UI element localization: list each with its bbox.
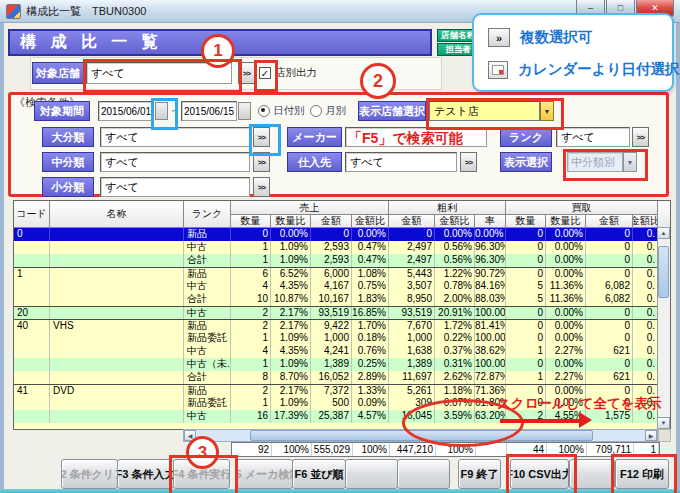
table-row[interactable]: 中古（未...11.09%1,3890.25%1,3890.31%100.00%…: [14, 358, 658, 371]
rank-header: ランク: [184, 201, 231, 228]
fkey-empty[interactable]: [569, 459, 615, 489]
store-output-checkbox[interactable]: ✓: [259, 67, 271, 79]
mid-class-input[interactable]: すべて: [100, 152, 250, 172]
header-stub: [658, 201, 671, 228]
fkey-empty[interactable]: [345, 459, 398, 489]
legend-calendar-label: カレンダーより日付選択: [518, 60, 680, 79]
display-store-combo-arrow-icon[interactable]: ▼: [540, 101, 554, 121]
total-cell: 92: [232, 443, 272, 456]
fkey-f10[interactable]: F10 CSV出力: [510, 459, 569, 489]
total-cell: 447,210: [390, 443, 436, 456]
radio-monthly-label: 月別: [325, 104, 346, 118]
table-row[interactable]: 40VHS新品22.17%9,4221.70%7,6701.72%81.41%0…: [14, 319, 658, 332]
annotation-arrow-head: [579, 412, 592, 428]
date-from-calendar-button[interactable]: [155, 102, 168, 120]
small-class-label: 小分類: [42, 177, 94, 197]
app-icon: [6, 4, 21, 19]
fkey-f6[interactable]: F6 並び順: [292, 459, 346, 489]
table-row[interactable]: 合計88.70%16,0522.89%11,6972.62%72.87%12.2…: [14, 371, 658, 384]
display-select-combo-arrow-icon[interactable]: ▼: [623, 152, 637, 172]
rank-input[interactable]: すべて: [556, 127, 630, 147]
date-to-input[interactable]: 2015/06/15: [181, 101, 237, 121]
sub-header: 金額: [586, 215, 633, 228]
mid-class-more-button[interactable]: >>: [253, 152, 270, 172]
display-select-combo[interactable]: 中分類別: [567, 152, 623, 172]
sub-header: 数量比: [271, 215, 311, 228]
table-row[interactable]: 中古44.35%4,2410.76%1,6380.37%38.62%12.27%…: [14, 345, 658, 358]
display-store-combo[interactable]: テスト店: [429, 101, 540, 121]
table-row[interactable]: 20中古22.17%93,51916.85%93,51920.91%100.00…: [14, 306, 658, 319]
display-select-label: 表示選択: [500, 152, 552, 172]
total-cell: 100%: [353, 443, 390, 456]
large-class-more-button[interactable]: >>: [253, 127, 270, 147]
target-store-label: 対象店舗: [32, 62, 84, 84]
sub-header: 金額比: [633, 215, 658, 228]
table-row[interactable]: 中古11.09%2,5930.47%2,4970.56%96.30%00.00%…: [14, 241, 658, 254]
scroll-up-icon[interactable]: ▲: [657, 227, 670, 239]
code-header: コード: [14, 201, 50, 228]
table-row[interactable]: 1新品66.52%6,0001.08%5,4431.22%90.72%00.00…: [14, 267, 658, 280]
legend-multi-select-label: 複数選択可: [520, 28, 593, 47]
display-store-label: 表示店舗選択: [358, 101, 426, 121]
supplier-input[interactable]: すべて: [345, 152, 457, 172]
window-border-left: [0, 22, 4, 493]
date-from-input[interactable]: 2015/06/01: [98, 101, 154, 121]
small-class-more-button[interactable]: >>: [253, 177, 270, 197]
table-row[interactable]: 中古44.35%4,1670.75%3,5070.78%84.16%511.36…: [14, 280, 658, 293]
annotation-f5-note: 「F5」で検索可能: [348, 130, 463, 148]
scrollbar-corner: [658, 429, 671, 442]
window-border-right: [676, 22, 680, 493]
radio-daily-label: 日付別: [273, 104, 305, 118]
maker-label: メーカー: [287, 127, 342, 147]
annotation-scroll-note: スクロールして全てを表示: [497, 395, 662, 413]
horizontal-scrollbar[interactable]: ◀ ▶: [183, 429, 658, 442]
store-output-checkbox-label: 店別出力: [275, 62, 317, 84]
total-cell: 709,711: [587, 443, 634, 456]
small-class-input[interactable]: すべて: [100, 177, 250, 197]
total-cell: [476, 443, 507, 456]
scroll-right-icon[interactable]: ▶: [645, 430, 657, 441]
annotation-arrow-line: [500, 419, 580, 423]
date-range-tilde: ～: [170, 101, 181, 121]
total-cell: 100%: [547, 443, 587, 456]
horizontal-scrollbar-thumb[interactable]: [250, 430, 593, 441]
total-cell: 1: [634, 443, 659, 456]
fkey-f12[interactable]: F12 印刷: [615, 459, 669, 489]
fkey-f3[interactable]: F3 条件入力: [117, 459, 174, 489]
target-store-more-button[interactable]: >>: [238, 62, 255, 84]
window-title: 構成比一覧 TBUN0300: [26, 4, 146, 19]
fkey-f9[interactable]: F9 終了: [458, 459, 501, 489]
mid-class-label: 中分類: [42, 152, 94, 172]
fkey-f2[interactable]: F2 条件クリア: [61, 459, 118, 489]
supplier-label: 仕入先: [287, 152, 342, 172]
scroll-down-icon[interactable]: ▼: [657, 417, 670, 429]
table-row[interactable]: 合計11.09%2,5930.47%2,4970.56%96.30%00.00%…: [14, 254, 658, 267]
total-cell: 44: [507, 443, 547, 456]
sub-header: 率: [475, 215, 506, 228]
table-row[interactable]: 新品委託11.09%1,0000.18%1,0000.22%100.00%00.…: [14, 332, 658, 345]
group-header: 売上: [231, 201, 389, 215]
table-row[interactable]: 合計1010.87%10,1671.83%8,9502.00%88.03%511…: [14, 293, 658, 306]
fkey-f5[interactable]: F5 メーカ検索: [236, 459, 293, 489]
legend-panel: » 複数選択可 カレンダーより日付選択: [472, 13, 674, 92]
table-row[interactable]: 0新品00.00%00.00%00.00%0.00%00.00%00.: [14, 228, 658, 241]
sub-header: 金額: [311, 215, 352, 228]
supplier-more-button[interactable]: >>: [460, 152, 477, 172]
annotation-circle-1: 1: [201, 34, 235, 68]
large-class-input[interactable]: すべて: [100, 127, 250, 147]
total-cell: 555,029: [312, 443, 353, 456]
vertical-scrollbar-thumb[interactable]: [658, 246, 669, 298]
fkey-empty[interactable]: [397, 459, 450, 489]
radio-monthly-dot: [310, 105, 322, 117]
total-cell: 100%: [272, 443, 312, 456]
app-window: 構成比一覧 TBUN0300 – □ ✕ 構 成 比 一 覧 店舗名称 担当者 …: [0, 0, 680, 493]
large-class-label: 大分類: [42, 127, 94, 147]
sub-header: 金額比: [435, 215, 475, 228]
sub-header: 金額比: [352, 215, 389, 228]
date-to-calendar-button[interactable]: [238, 102, 251, 120]
radio-monthly[interactable]: 月別: [310, 101, 346, 121]
rank-more-button[interactable]: >>: [632, 127, 649, 147]
radio-daily[interactable]: 日付別: [258, 101, 305, 121]
totals-row: 92100%555,029100%447,210100%44100%709,71…: [231, 442, 660, 457]
sub-header: 数量: [506, 215, 546, 228]
